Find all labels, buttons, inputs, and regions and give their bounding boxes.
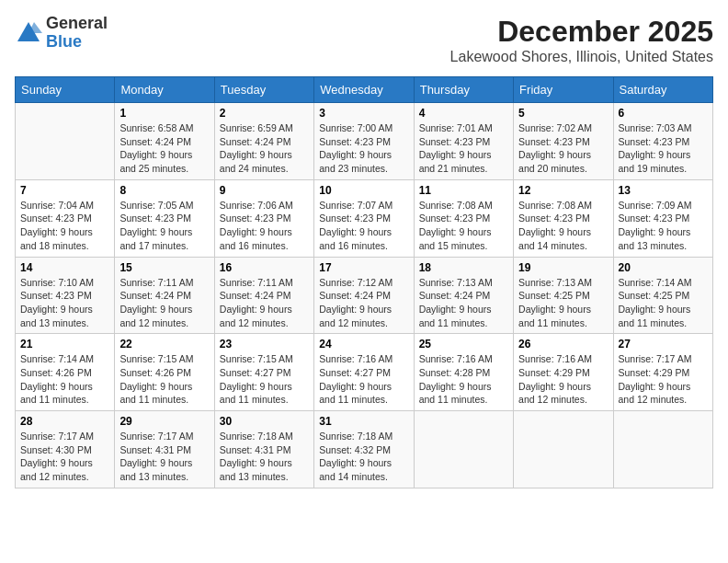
- calendar-cell: 25Sunrise: 7:16 AM Sunset: 4:28 PM Dayli…: [414, 334, 513, 411]
- day-info: Sunrise: 7:18 AM Sunset: 4:31 PM Dayligh…: [220, 430, 309, 484]
- day-number: 21: [20, 338, 109, 350]
- day-info: Sunrise: 6:59 AM Sunset: 4:24 PM Dayligh…: [220, 121, 309, 176]
- day-info: Sunrise: 7:08 AM Sunset: 4:23 PM Dayligh…: [518, 199, 608, 253]
- calendar-cell: [613, 411, 712, 488]
- calendar-cell: 13Sunrise: 7:09 AM Sunset: 4:23 PM Dayli…: [613, 179, 712, 257]
- calendar-title: December 2025: [450, 15, 713, 49]
- calendar-cell: 6Sunrise: 7:03 AM Sunset: 4:23 PM Daylig…: [613, 103, 712, 180]
- calendar-cell: 7Sunrise: 7:04 AM Sunset: 4:23 PM Daylig…: [16, 179, 115, 257]
- day-number: 12: [518, 184, 608, 197]
- calendar-cell: 4Sunrise: 7:01 AM Sunset: 4:23 PM Daylig…: [414, 103, 513, 180]
- day-header-sunday: Sunday: [16, 77, 115, 103]
- day-number: 28: [20, 415, 109, 428]
- calendar-cell: 28Sunrise: 7:17 AM Sunset: 4:30 PM Dayli…: [16, 411, 115, 488]
- calendar-cell: 23Sunrise: 7:15 AM Sunset: 4:27 PM Dayli…: [214, 334, 313, 411]
- day-info: Sunrise: 7:17 AM Sunset: 4:31 PM Dayligh…: [119, 430, 209, 484]
- calendar-subtitle: Lakewood Shores, Illinois, United States: [450, 49, 713, 65]
- week-row-4: 21Sunrise: 7:14 AM Sunset: 4:26 PM Dayli…: [16, 334, 713, 411]
- day-number: 9: [220, 184, 309, 197]
- day-number: 18: [419, 261, 508, 274]
- title-block: December 2025 Lakewood Shores, Illinois,…: [450, 15, 713, 65]
- day-info: Sunrise: 7:05 AM Sunset: 4:23 PM Dayligh…: [119, 199, 209, 253]
- day-number: 2: [220, 107, 309, 120]
- day-info: Sunrise: 7:10 AM Sunset: 4:23 PM Dayligh…: [20, 276, 109, 330]
- day-info: Sunrise: 7:09 AM Sunset: 4:23 PM Dayligh…: [619, 199, 708, 253]
- day-info: Sunrise: 7:16 AM Sunset: 4:27 PM Dayligh…: [319, 352, 408, 407]
- calendar-cell: [16, 103, 115, 180]
- day-info: Sunrise: 7:18 AM Sunset: 4:32 PM Dayligh…: [319, 430, 408, 484]
- day-number: 27: [619, 338, 708, 350]
- calendar-cell: 21Sunrise: 7:14 AM Sunset: 4:26 PM Dayli…: [16, 334, 115, 411]
- day-number: 14: [20, 261, 109, 274]
- day-number: 11: [419, 184, 508, 197]
- day-number: 8: [119, 184, 209, 197]
- calendar-cell: 26Sunrise: 7:16 AM Sunset: 4:29 PM Dayli…: [514, 334, 613, 411]
- day-header-monday: Monday: [115, 77, 214, 103]
- day-number: 1: [119, 107, 209, 120]
- day-number: 5: [518, 107, 608, 120]
- day-number: 29: [119, 415, 209, 428]
- logo-icon: [15, 19, 42, 47]
- day-info: Sunrise: 7:16 AM Sunset: 4:28 PM Dayligh…: [419, 352, 508, 407]
- day-header-wednesday: Wednesday: [314, 77, 414, 103]
- day-number: 25: [419, 338, 508, 350]
- day-number: 26: [518, 338, 608, 350]
- day-number: 4: [419, 107, 508, 120]
- day-header-friday: Friday: [514, 77, 613, 103]
- day-info: Sunrise: 7:06 AM Sunset: 4:23 PM Dayligh…: [220, 199, 309, 253]
- calendar-cell: 20Sunrise: 7:14 AM Sunset: 4:25 PM Dayli…: [613, 257, 712, 334]
- calendar-cell: 9Sunrise: 7:06 AM Sunset: 4:23 PM Daylig…: [214, 179, 313, 257]
- calendar-cell: 12Sunrise: 7:08 AM Sunset: 4:23 PM Dayli…: [514, 179, 613, 257]
- day-number: 30: [220, 415, 309, 428]
- day-number: 13: [619, 184, 708, 197]
- day-info: Sunrise: 7:03 AM Sunset: 4:23 PM Dayligh…: [619, 121, 708, 176]
- calendar-cell: 22Sunrise: 7:15 AM Sunset: 4:26 PM Dayli…: [115, 334, 214, 411]
- day-info: Sunrise: 7:17 AM Sunset: 4:29 PM Dayligh…: [619, 352, 708, 407]
- day-info: Sunrise: 7:11 AM Sunset: 4:24 PM Dayligh…: [220, 276, 309, 330]
- calendar-cell: 29Sunrise: 7:17 AM Sunset: 4:31 PM Dayli…: [115, 411, 214, 488]
- week-row-5: 28Sunrise: 7:17 AM Sunset: 4:30 PM Dayli…: [16, 411, 713, 488]
- day-info: Sunrise: 7:01 AM Sunset: 4:23 PM Dayligh…: [419, 121, 508, 176]
- day-number: 17: [319, 261, 408, 274]
- day-number: 20: [619, 261, 708, 274]
- day-header-saturday: Saturday: [613, 77, 712, 103]
- logo-blue: Blue: [46, 33, 108, 52]
- day-number: 6: [619, 107, 708, 120]
- day-info: Sunrise: 7:16 AM Sunset: 4:29 PM Dayligh…: [518, 352, 608, 407]
- day-number: 22: [119, 338, 209, 350]
- day-info: Sunrise: 7:13 AM Sunset: 4:25 PM Dayligh…: [518, 276, 608, 330]
- week-row-1: 1Sunrise: 6:58 AM Sunset: 4:24 PM Daylig…: [16, 103, 713, 180]
- day-info: Sunrise: 7:08 AM Sunset: 4:23 PM Dayligh…: [419, 199, 508, 253]
- calendar-cell: 16Sunrise: 7:11 AM Sunset: 4:24 PM Dayli…: [214, 257, 313, 334]
- calendar-cell: 1Sunrise: 6:58 AM Sunset: 4:24 PM Daylig…: [115, 103, 214, 180]
- calendar-cell: 10Sunrise: 7:07 AM Sunset: 4:23 PM Dayli…: [314, 179, 414, 257]
- day-header-tuesday: Tuesday: [214, 77, 313, 103]
- calendar-cell: 19Sunrise: 7:13 AM Sunset: 4:25 PM Dayli…: [514, 257, 613, 334]
- day-number: 23: [220, 338, 309, 350]
- day-info: Sunrise: 7:00 AM Sunset: 4:23 PM Dayligh…: [319, 121, 408, 176]
- day-number: 3: [319, 107, 408, 120]
- day-info: Sunrise: 7:17 AM Sunset: 4:30 PM Dayligh…: [20, 430, 109, 484]
- day-info: Sunrise: 6:58 AM Sunset: 4:24 PM Dayligh…: [119, 121, 209, 176]
- page-header: General Blue December 2025 Lakewood Shor…: [15, 15, 713, 65]
- calendar-cell: 11Sunrise: 7:08 AM Sunset: 4:23 PM Dayli…: [414, 179, 513, 257]
- day-info: Sunrise: 7:15 AM Sunset: 4:27 PM Dayligh…: [220, 352, 309, 407]
- logo: General Blue: [15, 15, 108, 52]
- calendar-cell: 2Sunrise: 6:59 AM Sunset: 4:24 PM Daylig…: [214, 103, 313, 180]
- calendar-cell: 8Sunrise: 7:05 AM Sunset: 4:23 PM Daylig…: [115, 179, 214, 257]
- day-info: Sunrise: 7:12 AM Sunset: 4:24 PM Dayligh…: [319, 276, 408, 330]
- day-info: Sunrise: 7:15 AM Sunset: 4:26 PM Dayligh…: [119, 352, 209, 407]
- week-row-2: 7Sunrise: 7:04 AM Sunset: 4:23 PM Daylig…: [16, 179, 713, 257]
- calendar-body: 1Sunrise: 6:58 AM Sunset: 4:24 PM Daylig…: [16, 103, 713, 488]
- day-info: Sunrise: 7:02 AM Sunset: 4:23 PM Dayligh…: [518, 121, 608, 176]
- calendar-cell: [414, 411, 513, 488]
- day-number: 19: [518, 261, 608, 274]
- calendar-cell: 24Sunrise: 7:16 AM Sunset: 4:27 PM Dayli…: [314, 334, 414, 411]
- day-number: 31: [319, 415, 408, 428]
- calendar-cell: 5Sunrise: 7:02 AM Sunset: 4:23 PM Daylig…: [514, 103, 613, 180]
- calendar-cell: 17Sunrise: 7:12 AM Sunset: 4:24 PM Dayli…: [314, 257, 414, 334]
- day-info: Sunrise: 7:04 AM Sunset: 4:23 PM Dayligh…: [20, 199, 109, 253]
- day-info: Sunrise: 7:14 AM Sunset: 4:26 PM Dayligh…: [20, 352, 109, 407]
- calendar-cell: 3Sunrise: 7:00 AM Sunset: 4:23 PM Daylig…: [314, 103, 414, 180]
- calendar-cell: [514, 411, 613, 488]
